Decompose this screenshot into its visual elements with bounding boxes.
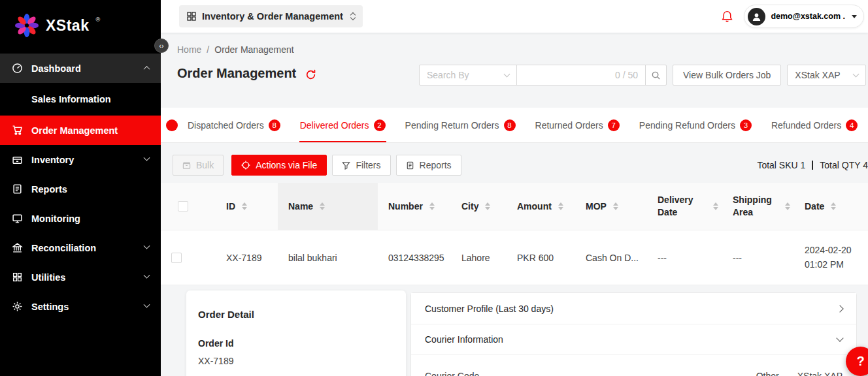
sidebar-item-order-management[interactable]: Order Management	[0, 116, 161, 145]
column-header-shipping-area[interactable]: Shipping Area	[722, 183, 794, 230]
search-by-select[interactable]: Search By	[419, 65, 517, 86]
tab-label: Pending Refund Orders	[639, 120, 735, 131]
sort-icon[interactable]	[713, 202, 718, 210]
sort-icon[interactable]	[320, 202, 325, 210]
tab-pending-return-orders[interactable]: Pending Return Orders 8	[395, 108, 526, 142]
xap-select-value: XStak XAP	[795, 70, 840, 80]
notification-bell-icon[interactable]	[720, 10, 734, 24]
breadcrumb-home[interactable]: Home	[177, 44, 201, 55]
actions-via-file-label: Actions via File	[256, 160, 317, 170]
totals-divider	[812, 161, 813, 170]
tab-count-badge: 3	[740, 119, 752, 131]
total-qty: Total QTY 4	[820, 160, 868, 170]
search-input[interactable]	[524, 70, 611, 80]
sort-icon[interactable]	[429, 202, 435, 210]
search-icon	[651, 70, 661, 80]
time-value: 01:02 PM	[805, 258, 844, 272]
chevron-down-icon	[853, 70, 860, 77]
filters-button[interactable]: Filters	[332, 155, 390, 176]
column-header-name[interactable]: Name	[278, 183, 378, 230]
table-row[interactable]: XX-7189 bilal bukhari 03124338295 Lahore…	[161, 230, 868, 285]
sidebar-item-utilities[interactable]: Utilities	[0, 262, 161, 292]
cell-mop: Cash On D...	[575, 230, 647, 285]
cart-icon	[12, 125, 23, 136]
refresh-icon[interactable]	[305, 69, 316, 80]
row-checkbox[interactable]	[171, 253, 182, 263]
column-header-delivery-date[interactable]: Delivery Date	[647, 183, 722, 230]
date-value: 2024-02-20	[805, 243, 852, 258]
tab-refunded-orders[interactable]: Refunded Orders 4	[761, 108, 867, 142]
sort-icon[interactable]	[831, 202, 836, 210]
xap-select[interactable]: XStak XAP	[787, 65, 866, 86]
xstak-logo-icon	[14, 13, 39, 38]
page-title: Order Management	[177, 66, 296, 81]
sidebar-item-dashboard[interactable]: Dashboard	[0, 54, 161, 83]
sidebar-item-label: Settings	[31, 302, 69, 312]
partial-tab-badge	[166, 119, 178, 131]
select-all-cell	[161, 183, 216, 230]
order-detail-card: Order Detail Order Id XX-7189	[186, 290, 406, 376]
column-header-number[interactable]: Number	[378, 183, 451, 230]
courier-information-content: Courier Code Other XStak XAP	[411, 354, 856, 376]
tab-label: Returned Orders	[535, 120, 603, 131]
sidebar-item-settings[interactable]: Settings	[0, 292, 161, 321]
sidebar-item-sales-information[interactable]: Sales Information	[0, 83, 161, 116]
inventory-icon	[12, 154, 23, 165]
reconciliation-icon	[12, 242, 23, 253]
tab-count-badge: 7	[608, 119, 620, 131]
chevron-down-icon	[144, 272, 150, 279]
monitoring-icon	[12, 213, 23, 224]
search-button[interactable]	[645, 65, 667, 86]
bulk-button[interactable]: Bulk	[173, 155, 224, 176]
sidebar-item-reconciliation[interactable]: Reconciliation	[0, 233, 161, 262]
cell-date: 2024-02-20 01:02 PM	[794, 230, 868, 285]
actions-via-file-button[interactable]: Actions via File	[231, 155, 327, 176]
customer-profile-panel-header[interactable]: Customer Profile (Last 30 days)	[411, 293, 856, 324]
table-header-row: ID Name Number City Amount	[161, 183, 868, 230]
tab-count-badge: 8	[504, 119, 516, 131]
sort-icon[interactable]	[558, 202, 563, 210]
sort-icon[interactable]	[613, 202, 618, 210]
chevron-down-icon	[144, 155, 150, 161]
sidebar-item-label: Order Management	[31, 125, 118, 136]
column-header-mop[interactable]: MOP	[575, 183, 647, 230]
view-bulk-orders-job-button[interactable]: View Bulk Orders Job	[673, 65, 781, 86]
app-switcher-button[interactable]: Inventory & Order Management	[179, 5, 363, 27]
user-menu[interactable]: demo@xstak.com .	[744, 5, 864, 28]
tab-pending-refund-orders[interactable]: Pending Refund Orders 3	[629, 108, 761, 142]
grid-icon	[187, 12, 196, 21]
caret-down-icon	[852, 15, 857, 18]
logo-text: XStak	[46, 13, 89, 38]
column-header-id[interactable]: ID	[216, 183, 278, 230]
customer-profile-label: Customer Profile (Last 30 days)	[425, 304, 554, 314]
sort-icon[interactable]	[485, 202, 490, 210]
tab-dispatched-orders[interactable]: Dispatched Orders 8	[178, 108, 290, 142]
select-all-checkbox[interactable]	[178, 201, 188, 212]
courier-select-value[interactable]: XStak XAP	[797, 371, 843, 376]
utilities-icon	[12, 272, 23, 283]
sidebar-item-label: Reports	[31, 184, 67, 195]
sort-icon[interactable]	[785, 202, 790, 210]
tab-returned-orders[interactable]: Returned Orders 7	[526, 108, 629, 142]
breadcrumb-current: Order Management	[214, 44, 293, 55]
tab-label: Refunded Orders	[771, 120, 841, 131]
topbar: Inventory & Order Management demo@xstak.…	[161, 0, 868, 33]
column-header-amount[interactable]: Amount	[507, 183, 575, 230]
order-status-tabs: Dispatched Orders 8 Delivered Orders 2 P…	[161, 108, 868, 143]
sidebar-item-reports[interactable]: Reports	[0, 174, 161, 204]
sidebar-item-inventory[interactable]: Inventory	[0, 145, 161, 174]
chevron-down-icon	[144, 302, 150, 308]
tab-delivered-orders[interactable]: Delivered Orders 2	[290, 108, 395, 142]
tab-count-badge: 4	[846, 119, 858, 131]
cell-number: 03124338295	[378, 230, 451, 285]
sidebar-item-label: Reconciliation	[31, 243, 96, 253]
sidebar-collapse-toggle[interactable]: ‹›	[154, 39, 169, 53]
courier-information-panel-header[interactable]: Courier Information	[411, 324, 856, 354]
column-header-date[interactable]: Date	[794, 183, 868, 230]
tab-count-badge: 2	[374, 119, 386, 131]
sidebar-item-monitoring[interactable]: Monitoring	[0, 204, 161, 233]
totals-summary: Total SKU 1 Total QTY 4	[757, 160, 868, 170]
column-header-city[interactable]: City	[451, 183, 507, 230]
sort-icon[interactable]	[242, 202, 247, 210]
reports-button[interactable]: Reports	[396, 155, 461, 176]
